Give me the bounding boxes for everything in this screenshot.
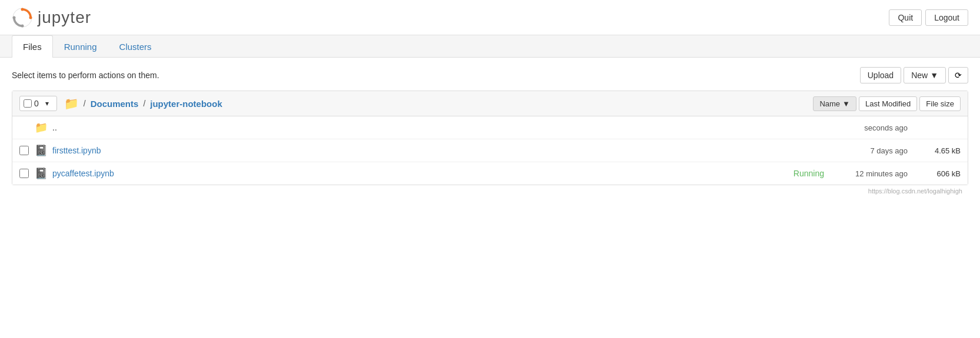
firsttest-name: firsttest.ipynb — [52, 146, 824, 155]
sort-modified-button[interactable]: Last Modified — [859, 96, 917, 111]
logo-text: jupyter — [38, 8, 91, 27]
pycaffetest-link[interactable]: pycaffetest.ipynb — [52, 169, 114, 178]
firsttest-size: 4.65 kB — [919, 146, 961, 155]
file-row-firsttest: 📓 firsttest.ipynb 7 days ago 4.65 kB — [12, 139, 968, 162]
breadcrumb-sep2: / — [143, 99, 145, 108]
upload-button[interactable]: Upload — [860, 67, 901, 83]
refresh-button[interactable]: ⟳ — [948, 67, 968, 83]
breadcrumb-left: 0 ▾ 📁 / Documents / jupyter-notebook — [19, 96, 813, 111]
firsttest-checkbox[interactable] — [19, 146, 29, 155]
breadcrumb-right: Name ▼ Last Modified File size — [813, 96, 961, 111]
new-dropdown-arrow: ▼ — [930, 71, 938, 80]
svg-point-0 — [13, 8, 32, 27]
svg-point-1 — [21, 8, 24, 11]
file-browser: 0 ▾ 📁 / Documents / jupyter-notebook Nam… — [12, 91, 968, 185]
parent-modified: seconds ago — [831, 123, 908, 132]
quit-button[interactable]: Quit — [889, 9, 922, 26]
main-content: Select items to perform actions on them.… — [0, 58, 980, 206]
tab-files[interactable]: Files — [12, 35, 53, 58]
tabs-bar: Files Running Clusters — [0, 35, 980, 58]
breadcrumb-row: 0 ▾ 📁 / Documents / jupyter-notebook Nam… — [12, 91, 968, 116]
pycaffetest-name: pycaffetest.ipynb — [52, 169, 794, 178]
watermark: https://blog.csdn.net/logalhighigh — [12, 185, 968, 197]
sort-name-button[interactable]: Name ▼ — [813, 96, 856, 111]
toolbar-right: Upload New ▼ ⟳ — [860, 67, 968, 83]
pycaffetest-modified: 12 minutes ago — [831, 169, 908, 178]
watermark-text: https://blog.csdn.net/logalhighigh — [868, 188, 962, 195]
breadcrumb-documents[interactable]: Documents — [91, 99, 139, 109]
firsttest-modified: 7 days ago — [831, 146, 908, 155]
select-all-wrapper: 0 ▾ — [19, 96, 57, 111]
breadcrumb-sep1: / — [84, 99, 86, 108]
parent-dir-label: .. — [52, 123, 57, 132]
svg-point-2 — [29, 16, 32, 19]
sort-name-label: Name — [819, 99, 840, 108]
file-row-pycaffetest: 📓 pycaffetest.ipynb Running 12 minutes a… — [12, 162, 968, 185]
logo-area: jupyter — [12, 7, 91, 28]
sort-name-arrow: ▼ — [842, 99, 850, 108]
parent-folder-icon: 📁 — [35, 121, 48, 134]
jupyter-logo-icon — [12, 7, 33, 28]
selected-count: 0 — [34, 99, 39, 108]
new-label: New — [911, 71, 928, 80]
select-hint: Select items to perform actions on them. — [12, 71, 159, 80]
toolbar-row: Select items to perform actions on them.… — [12, 67, 968, 83]
logout-button[interactable]: Logout — [925, 9, 968, 26]
firsttest-notebook-icon: 📓 — [35, 144, 48, 157]
pycaffetest-size: 606 kB — [919, 169, 961, 178]
breadcrumb-notebook[interactable]: jupyter-notebook — [150, 99, 222, 109]
new-button[interactable]: New ▼ — [904, 67, 946, 83]
pycaffetest-checkbox[interactable] — [19, 169, 29, 178]
firsttest-link[interactable]: firsttest.ipynb — [52, 146, 101, 155]
parent-dir-name: .. — [52, 123, 831, 132]
header-buttons: Quit Logout — [889, 9, 968, 26]
tab-clusters[interactable]: Clusters — [108, 35, 163, 58]
sort-filesize-button[interactable]: File size — [919, 96, 961, 111]
svg-point-3 — [21, 24, 24, 27]
header: jupyter Quit Logout — [0, 0, 980, 35]
svg-point-4 — [13, 16, 16, 19]
select-dropdown-button[interactable]: ▾ — [41, 98, 53, 109]
pycaffetest-status: Running — [794, 169, 824, 178]
select-all-checkbox[interactable] — [24, 99, 32, 108]
file-row-parent: 📁 .. seconds ago — [12, 116, 968, 139]
file-table: 📁 .. seconds ago 📓 firsttest.ipynb 7 day… — [12, 116, 968, 185]
tab-running[interactable]: Running — [53, 35, 108, 58]
folder-icon: 📁 — [64, 96, 79, 111]
pycaffetest-notebook-icon: 📓 — [35, 167, 48, 180]
